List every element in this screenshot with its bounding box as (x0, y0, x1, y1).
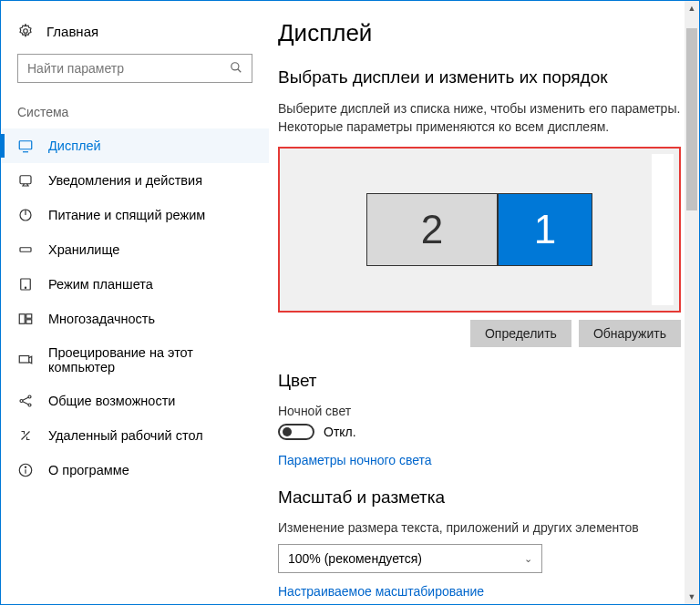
color-header: Цвет (278, 371, 681, 391)
svg-line-19 (23, 402, 28, 405)
nav-shared[interactable]: Общие возможности (1, 384, 269, 418)
nav-item-label: Хранилище (48, 242, 119, 257)
svg-rect-3 (19, 141, 32, 149)
custom-scale-link[interactable]: Настраиваемое масштабирование (278, 584, 681, 599)
nav-item-label: Многозадачность (48, 312, 155, 326)
display-buttons: Определить Обнаружить (278, 320, 681, 347)
scale-desc: Изменение размера текста, приложений и д… (278, 520, 681, 535)
svg-point-22 (25, 467, 26, 467)
monitor-icon (17, 138, 34, 154)
monitor-1[interactable]: 1 (498, 193, 592, 266)
nav-item-label: Проецирование на этот компьютер (48, 345, 252, 374)
search-input[interactable]: Найти параметр (17, 54, 252, 83)
remote-icon (17, 427, 34, 444)
nav-about[interactable]: О программе (1, 453, 269, 487)
svg-point-1 (232, 62, 239, 69)
toggle-state: Откл. (324, 425, 356, 439)
nav-display[interactable]: Дисплей (1, 128, 269, 163)
svg-rect-5 (20, 176, 31, 184)
box-margin (652, 154, 674, 305)
nav-remote[interactable]: Удаленный рабочий стол (1, 418, 269, 453)
scale-header: Масштаб и разметка (278, 487, 681, 508)
info-icon (17, 462, 34, 478)
scroll-up-icon[interactable]: ▲ (685, 1, 699, 15)
notification-icon (17, 172, 34, 189)
svg-rect-12 (26, 314, 32, 319)
search-placeholder: Найти параметр (27, 61, 230, 76)
svg-point-15 (20, 400, 23, 403)
page-title: Дисплей (278, 19, 681, 47)
svg-line-2 (238, 68, 242, 72)
main-content: Дисплей Выбрать дисплеи и изменить их по… (269, 1, 699, 604)
nav-list: Дисплей Уведомления и действия Питание и… (1, 128, 269, 487)
scroll-down-icon[interactable]: ▼ (685, 590, 699, 604)
power-icon (17, 207, 34, 223)
nav-notifications[interactable]: Уведомления и действия (1, 163, 269, 198)
nav-storage[interactable]: Хранилище (1, 232, 269, 267)
multitask-icon (17, 311, 34, 327)
nav-item-label: Дисплей (48, 138, 101, 153)
tablet-icon (17, 276, 34, 292)
identify-button[interactable]: Определить (470, 320, 571, 347)
scroll-thumb[interactable] (686, 28, 697, 210)
arrange-desc: Выберите дисплей из списка ниже, чтобы и… (278, 100, 681, 136)
nav-item-label: Удаленный рабочий стол (48, 428, 203, 443)
nav-item-label: Режим планшета (48, 277, 153, 292)
svg-point-17 (28, 404, 31, 406)
scale-combobox[interactable]: 100% (рекомендуется) ⌄ (278, 544, 542, 573)
night-light-toggle[interactable] (278, 424, 314, 440)
night-light-settings-link[interactable]: Параметры ночного света (278, 453, 681, 467)
chevron-down-icon: ⌄ (524, 553, 532, 565)
nav-power[interactable]: Питание и спящий режим (1, 198, 269, 232)
display-arrangement[interactable]: 2 1 (278, 147, 681, 313)
nav-projecting[interactable]: Проецирование на этот компьютер (1, 336, 269, 384)
home-label: Главная (46, 24, 98, 39)
scale-value: 100% (рекомендуется) (288, 551, 422, 566)
nav-item-label: Питание и спящий режим (48, 208, 205, 222)
section-label: Система (1, 105, 269, 128)
monitor-2[interactable]: 2 (366, 193, 498, 266)
svg-point-0 (24, 29, 28, 34)
detect-button[interactable]: Обнаружить (579, 320, 681, 347)
nav-item-label: Уведомления и действия (48, 173, 202, 188)
sidebar: Главная Найти параметр Система Дисплей У… (1, 1, 269, 604)
storage-icon (17, 241, 34, 258)
share-icon (17, 393, 34, 409)
gear-icon (17, 23, 34, 39)
nav-item-label: Общие возможности (48, 394, 175, 408)
svg-rect-11 (19, 314, 25, 324)
night-light-label: Ночной свет (278, 404, 681, 418)
svg-point-16 (28, 395, 31, 398)
nav-tablet[interactable]: Режим планшета (1, 267, 269, 302)
svg-rect-8 (20, 248, 31, 252)
scrollbar[interactable]: ▲ ▼ (685, 1, 699, 604)
svg-rect-13 (26, 320, 32, 324)
project-icon (17, 352, 34, 368)
arrange-header: Выбрать дисплеи и изменить их порядок (278, 67, 681, 87)
nav-item-label: О программе (48, 463, 129, 477)
search-icon (230, 61, 242, 77)
svg-rect-14 (19, 356, 29, 364)
home-link[interactable]: Главная (1, 19, 269, 54)
night-light-toggle-row: Откл. (278, 424, 681, 440)
nav-multitask[interactable]: Многозадачность (1, 302, 269, 336)
svg-line-18 (23, 397, 28, 400)
svg-point-10 (25, 287, 26, 288)
